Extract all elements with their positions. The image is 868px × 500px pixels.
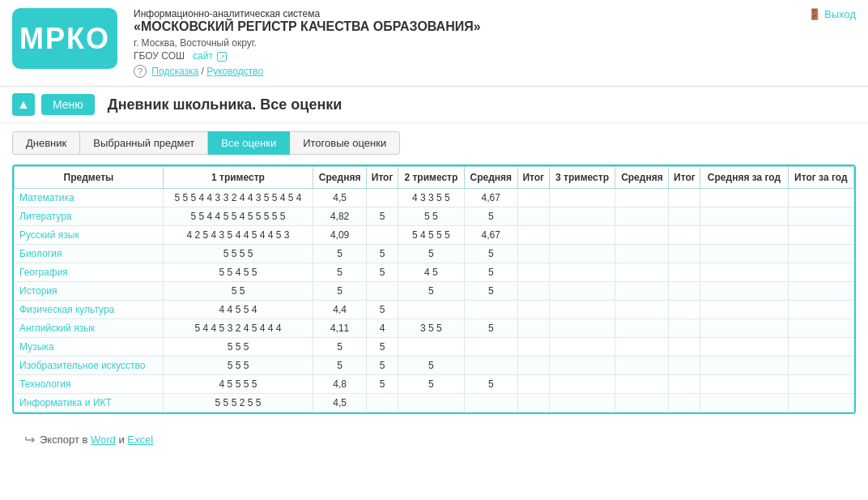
- grade-cell: [615, 394, 669, 412]
- exit-icon: 🚪: [808, 8, 824, 20]
- grades-table-container: Предметы 1 триместр Средняя Итог 2 триме…: [12, 165, 856, 414]
- grade-cell: [700, 263, 788, 282]
- grade-cell: 5: [313, 338, 367, 357]
- grade-cell: [700, 245, 788, 263]
- grade-cell: 5: [398, 245, 465, 263]
- grade-cell: [464, 338, 517, 357]
- grade-cell: [788, 338, 853, 357]
- grade-cell: [517, 319, 549, 338]
- header-info: Информационно-аналитическая система «МОС…: [134, 8, 808, 78]
- grade-cell: [615, 282, 669, 301]
- grade-cell: 4,8: [313, 375, 367, 394]
- subject-link[interactable]: Музыка: [19, 341, 53, 353]
- export-connector: и: [118, 434, 124, 446]
- grade-cell: [549, 189, 615, 207]
- grade-cell: 5: [398, 282, 465, 301]
- grade-cell: [700, 189, 788, 207]
- table-row: Биология5 5 5 55555: [15, 245, 854, 263]
- table-header-row: Предметы 1 триместр Средняя Итог 2 триме…: [15, 167, 854, 189]
- grade-cell: 5: [367, 357, 398, 375]
- grade-cell: [549, 282, 615, 301]
- school-site-link[interactable]: сайт ↗: [193, 50, 227, 62]
- grade-cell: 5: [367, 338, 398, 357]
- menu-button[interactable]: Меню: [41, 94, 95, 115]
- header-links: ? Подсказка / Руководство: [134, 65, 808, 78]
- grade-cell: 4 5 5 5 5: [163, 375, 313, 394]
- col-avg2: Средняя: [464, 167, 517, 189]
- grade-cell: 5: [464, 319, 517, 338]
- grade-cell: [549, 338, 615, 357]
- header: МРКО Информационно-аналитическая система…: [0, 0, 868, 87]
- table-row: Английский язык5 4 4 5 3 2 4 5 4 4 44,11…: [15, 319, 854, 338]
- tab-all-grades[interactable]: Все оценки: [208, 131, 290, 155]
- logo-text: МРКО: [19, 22, 110, 56]
- tab-final-grades[interactable]: Итоговые оценки: [290, 131, 400, 155]
- export-word-link[interactable]: Word: [91, 434, 116, 446]
- grade-cell: 4,09: [313, 226, 367, 245]
- grade-cell: 5 5 5 2 5 5: [163, 394, 313, 412]
- grade-cell: [669, 375, 700, 394]
- subject-link[interactable]: Математика: [19, 192, 74, 203]
- grade-cell: 5 4 5 5 5: [398, 226, 465, 245]
- grade-cell: 5: [464, 282, 517, 301]
- table-row: Технология4 5 5 5 54,8555: [15, 375, 854, 394]
- grade-cell: 5 5 5 5: [163, 245, 313, 263]
- page-title: Дневник школьника. Все оценки: [108, 96, 343, 113]
- grade-cell: [517, 245, 549, 263]
- grade-cell: [669, 301, 700, 319]
- grade-cell: [700, 394, 788, 412]
- table-row: История5 5555: [15, 282, 854, 301]
- table-row: Информатика и ИКТ5 5 5 2 5 54,5: [15, 394, 854, 412]
- table-row: Физическая культура4 4 5 5 44,45: [15, 301, 854, 319]
- back-button[interactable]: ▲: [12, 93, 35, 116]
- subject-link[interactable]: Английский язык: [19, 323, 95, 334]
- exit-link[interactable]: 🚪 Выход: [808, 8, 856, 20]
- grade-cell: 4,11: [313, 319, 367, 338]
- grade-cell: 5: [367, 301, 398, 319]
- col-final1: Итог: [367, 167, 398, 189]
- export-excel-link[interactable]: Excel: [127, 434, 153, 446]
- table-row: География5 5 4 5 5554 55: [15, 263, 854, 282]
- export-prefix: Экспорт в: [40, 434, 87, 446]
- grade-cell: [788, 357, 853, 375]
- subject-link[interactable]: Информатика и ИКТ: [19, 397, 112, 408]
- grade-cell: 5: [398, 357, 465, 375]
- grade-cell: [788, 319, 853, 338]
- school-name: [187, 50, 189, 62]
- grade-cell: [517, 338, 549, 357]
- grade-cell: [517, 207, 549, 226]
- grade-cell: [549, 301, 615, 319]
- tab-diary[interactable]: Дневник: [12, 131, 80, 155]
- external-link-icon: ↗: [217, 52, 227, 62]
- grade-cell: [615, 319, 669, 338]
- logo: МРКО: [12, 8, 117, 69]
- grade-cell: [517, 263, 549, 282]
- subject-link[interactable]: Литература: [19, 211, 72, 222]
- guide-link[interactable]: Руководство: [206, 66, 263, 77]
- subject-link[interactable]: Изобразительное искусство: [19, 360, 146, 371]
- grade-cell: [669, 245, 700, 263]
- grade-cell: 4,67: [464, 189, 517, 207]
- subject-link[interactable]: Биология: [19, 248, 62, 259]
- navbar: ▲ Меню Дневник школьника. Все оценки: [0, 87, 868, 123]
- subject-link[interactable]: Русский язык: [19, 229, 79, 241]
- tab-subject[interactable]: Выбранный предмет: [80, 131, 208, 155]
- grade-cell: [669, 226, 700, 245]
- grade-cell: 3 5 5: [398, 319, 465, 338]
- grade-cell: [669, 263, 700, 282]
- subject-link[interactable]: История: [19, 285, 57, 297]
- subject-link[interactable]: География: [19, 267, 68, 278]
- grade-cell: [549, 263, 615, 282]
- grade-cell: [700, 357, 788, 375]
- subject-link[interactable]: Физическая культура: [19, 304, 114, 315]
- grade-cell: 5: [313, 263, 367, 282]
- help-link[interactable]: Подсказка: [151, 66, 198, 77]
- grade-cell: 5: [313, 357, 367, 375]
- grade-cell: [669, 394, 700, 412]
- table-row: Русский язык4 2 5 4 3 5 4 4 5 4 4 5 34,0…: [15, 226, 854, 245]
- grade-cell: [788, 301, 853, 319]
- grade-cell: [788, 263, 853, 282]
- subject-link[interactable]: Технология: [19, 378, 71, 390]
- grade-cell: 5 5: [398, 207, 465, 226]
- back-icon: ▲: [17, 97, 30, 112]
